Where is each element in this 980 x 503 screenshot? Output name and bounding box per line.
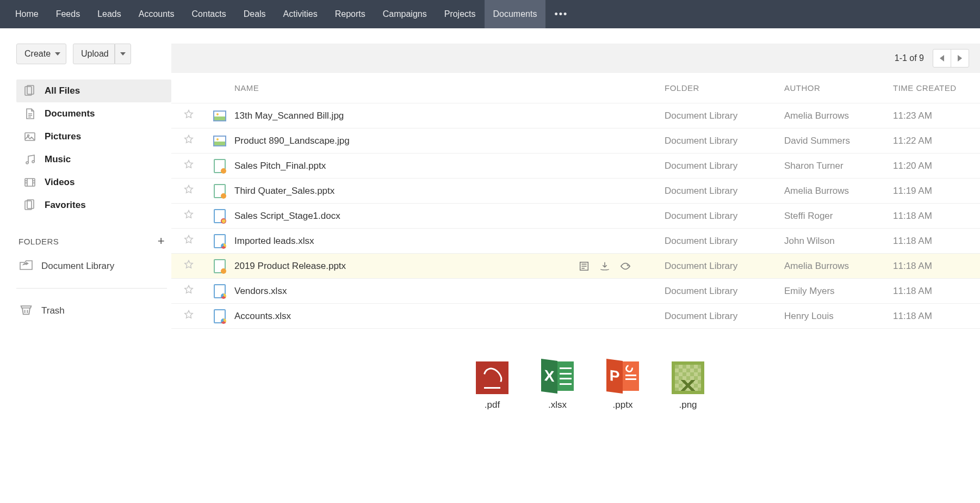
- nav-more-button[interactable]: •••: [545, 9, 576, 20]
- nav-item-reports[interactable]: Reports: [326, 0, 374, 28]
- category-label: Pictures: [45, 131, 81, 142]
- file-time: 11:20 AM: [893, 161, 932, 171]
- category-item-videos[interactable]: Videos: [16, 171, 171, 194]
- nav-item-projects[interactable]: Projects: [436, 0, 485, 28]
- table-row[interactable]: Product 890_Landscape.jpgDocument Librar…: [171, 128, 980, 154]
- file-author: Emily Myers: [784, 286, 835, 296]
- table-row[interactable]: Imported leads.xlsxDocument LibraryJohn …: [171, 229, 980, 254]
- col-time-header: TIME CREATED: [893, 83, 957, 93]
- pager-prev-button[interactable]: [933, 49, 951, 68]
- filetype-pptx-icon: [212, 183, 227, 199]
- caret-down-icon: [120, 52, 126, 56]
- filetype-card-pdf: .pdf: [476, 361, 508, 410]
- file-author: Amelia Burrows: [784, 261, 849, 271]
- upload-button-label: Upload: [81, 49, 109, 59]
- create-button[interactable]: Create: [16, 44, 66, 64]
- arrow-left-icon: [940, 55, 944, 62]
- category-label: Videos: [45, 177, 75, 188]
- favorite-icon: [23, 198, 37, 212]
- file-folder: Document Library: [665, 161, 737, 171]
- star-icon[interactable]: [183, 109, 194, 122]
- nav-item-home[interactable]: Home: [7, 0, 47, 28]
- add-folder-button[interactable]: +: [158, 234, 165, 248]
- file-name: Vendors.xlsx: [234, 286, 287, 297]
- nav-item-accounts[interactable]: Accounts: [130, 0, 183, 28]
- folder-label: Document Library: [41, 261, 114, 272]
- tag-action-icon[interactable]: [619, 260, 632, 272]
- create-button-label: Create: [24, 49, 51, 59]
- filetype-docx-icon: [212, 208, 227, 224]
- col-author-header: AUTHOR: [784, 83, 820, 93]
- file-time: 11:18 AM: [893, 261, 932, 271]
- category-list: All FilesDocumentsPicturesMusicVideosFav…: [16, 79, 171, 217]
- table-row[interactable]: Vendors.xlsxDocument LibraryEmily Myers1…: [171, 279, 980, 304]
- nav-item-documents[interactable]: Documents: [485, 0, 546, 28]
- file-time: 11:18 AM: [893, 286, 932, 296]
- download-action-icon[interactable]: [598, 260, 611, 272]
- pager: [933, 49, 969, 68]
- file-name: Sales Pitch_Final.pptx: [234, 161, 326, 171]
- file-author: Henry Louis: [784, 311, 834, 321]
- category-item-music[interactable]: Music: [16, 148, 171, 171]
- filetype-card-label: .pdf: [485, 400, 500, 410]
- table-row[interactable]: Accounts.xlsxDocument LibraryHenry Louis…: [171, 304, 980, 329]
- star-icon[interactable]: [183, 234, 194, 248]
- category-item-favorites[interactable]: Favorites: [16, 194, 171, 217]
- file-name: Sales Script_Stage1.docx: [234, 211, 340, 222]
- filetype-card-pptx: P.pptx: [606, 361, 639, 410]
- star-icon[interactable]: [183, 259, 194, 273]
- trash-icon: [18, 302, 34, 320]
- category-item-all-files[interactable]: All Files: [16, 79, 171, 102]
- file-time: 11:19 AM: [893, 186, 932, 196]
- table-row[interactable]: Sales Pitch_Final.pptxDocument LibrarySh…: [171, 154, 980, 179]
- table-row[interactable]: 13th May_Scanned Bill.jpgDocument Librar…: [171, 103, 980, 128]
- star-icon[interactable]: [183, 284, 194, 298]
- upload-button[interactable]: Upload: [73, 44, 115, 64]
- star-icon[interactable]: [183, 309, 194, 323]
- file-author: Amelia Burrows: [784, 186, 849, 196]
- upload-dropdown-button[interactable]: [115, 44, 131, 64]
- category-item-pictures[interactable]: Pictures: [16, 125, 171, 148]
- file-author: Sharon Turner: [784, 161, 843, 171]
- table-header: NAME FOLDER AUTHOR TIME CREATED: [171, 73, 980, 103]
- filetype-card-label: .png: [679, 400, 697, 410]
- category-label: Favorites: [45, 200, 86, 211]
- file-table: NAME FOLDER AUTHOR TIME CREATED 13th May…: [171, 73, 980, 329]
- nav-item-feeds[interactable]: Feeds: [47, 0, 89, 28]
- table-row[interactable]: Sales Script_Stage1.docxDocument Library…: [171, 204, 980, 229]
- music-icon: [23, 152, 37, 167]
- star-icon[interactable]: [183, 209, 194, 223]
- star-icon[interactable]: [183, 134, 194, 148]
- files-icon: [23, 84, 37, 98]
- nav-item-contacts[interactable]: Contacts: [183, 0, 235, 28]
- nav-item-deals[interactable]: Deals: [235, 0, 275, 28]
- category-label: Music: [45, 154, 71, 165]
- star-icon[interactable]: [183, 159, 194, 173]
- file-name: Accounts.xlsx: [234, 311, 291, 322]
- pager-next-button[interactable]: [951, 49, 969, 68]
- top-nav: HomeFeedsLeadsAccountsContactsDealsActiv…: [0, 0, 980, 28]
- properties-action-icon[interactable]: [578, 260, 591, 272]
- table-row[interactable]: 2019 Product Release.pptxDocument Librar…: [171, 254, 980, 279]
- star-icon[interactable]: [183, 184, 194, 198]
- table-row[interactable]: Third Quater_Sales.pptxDocument LibraryA…: [171, 179, 980, 204]
- folder-share-icon: [18, 257, 34, 275]
- document-icon: [23, 107, 37, 121]
- filetype-pptx-icon: [212, 158, 227, 174]
- file-folder: Document Library: [665, 311, 737, 321]
- nav-item-campaigns[interactable]: Campaigns: [374, 0, 436, 28]
- col-folder-header: FOLDER: [665, 83, 699, 93]
- page-info: 1-1 of 9: [895, 53, 924, 63]
- trash-item[interactable]: Trash: [16, 297, 171, 324]
- folder-item[interactable]: Document Library: [16, 253, 171, 279]
- divider: [16, 288, 167, 289]
- nav-item-activities[interactable]: Activities: [275, 0, 326, 28]
- nav-item-leads[interactable]: Leads: [89, 0, 130, 28]
- file-name: Product 890_Landscape.jpg: [234, 136, 350, 146]
- file-time: 11:22 AM: [893, 136, 932, 146]
- category-item-documents[interactable]: Documents: [16, 102, 171, 125]
- picture-icon: [23, 130, 37, 144]
- svg-rect-6: [25, 179, 35, 186]
- list-header-bar: 1-1 of 9: [171, 44, 980, 73]
- file-folder: Document Library: [665, 236, 737, 246]
